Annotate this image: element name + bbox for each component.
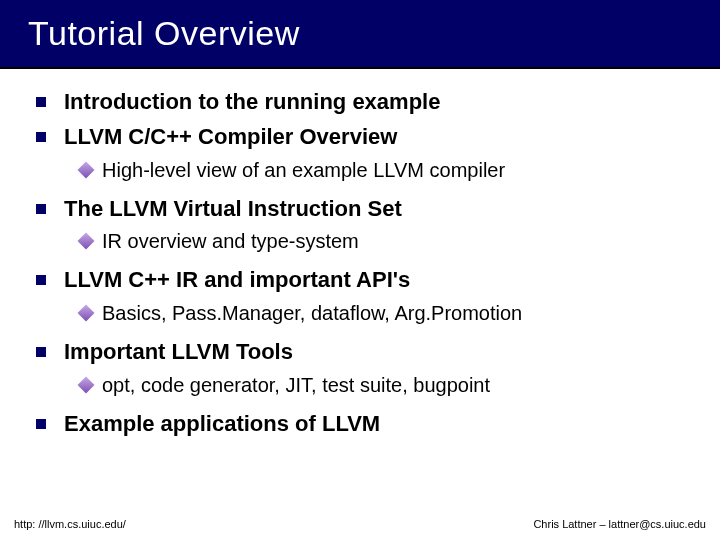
list-item: Example applications of LLVM: [36, 409, 684, 440]
list-item-label: Introduction to the running example: [64, 87, 440, 118]
list-item-label: Example applications of LLVM: [64, 409, 380, 440]
list-item-label: LLVM C++ IR and important API's: [64, 265, 410, 296]
sub-list-item-label: Basics, Pass.Manager, dataflow, Arg.Prom…: [102, 300, 522, 327]
sub-list-item-label: High-level view of an example LLVM compi…: [102, 157, 505, 184]
footer-author: Chris Lattner – lattner@cs.uiuc.edu: [533, 518, 706, 530]
footer-url: http: //llvm.cs.uiuc.edu/: [14, 518, 126, 530]
slide-title: Tutorial Overview: [28, 14, 720, 53]
square-bullet-icon: [36, 347, 46, 357]
square-bullet-icon: [36, 97, 46, 107]
square-bullet-icon: [36, 204, 46, 214]
square-bullet-icon: [36, 419, 46, 429]
diamond-bullet-icon: [80, 164, 92, 176]
sub-list-item: opt, code generator, JIT, test suite, bu…: [80, 372, 684, 399]
diamond-bullet-icon: [80, 307, 92, 319]
slide-content: Introduction to the running example LLVM…: [0, 69, 720, 440]
sub-list-item: Basics, Pass.Manager, dataflow, Arg.Prom…: [80, 300, 684, 327]
list-item: The LLVM Virtual Instruction Set: [36, 194, 684, 225]
list-item: Important LLVM Tools: [36, 337, 684, 368]
sub-list-item-label: IR overview and type-system: [102, 228, 359, 255]
sub-list-item: IR overview and type-system: [80, 228, 684, 255]
list-item: LLVM C++ IR and important API's: [36, 265, 684, 296]
diamond-bullet-icon: [80, 235, 92, 247]
list-item-label: Important LLVM Tools: [64, 337, 293, 368]
square-bullet-icon: [36, 132, 46, 142]
list-item: Introduction to the running example: [36, 87, 684, 118]
sub-list-item: High-level view of an example LLVM compi…: [80, 157, 684, 184]
sub-list-item-label: opt, code generator, JIT, test suite, bu…: [102, 372, 490, 399]
diamond-bullet-icon: [80, 379, 92, 391]
title-band: Tutorial Overview: [0, 0, 720, 69]
list-item-label: LLVM C/C++ Compiler Overview: [64, 122, 397, 153]
square-bullet-icon: [36, 275, 46, 285]
list-item-label: The LLVM Virtual Instruction Set: [64, 194, 402, 225]
list-item: LLVM C/C++ Compiler Overview: [36, 122, 684, 153]
slide-footer: http: //llvm.cs.uiuc.edu/ Chris Lattner …: [0, 518, 720, 530]
